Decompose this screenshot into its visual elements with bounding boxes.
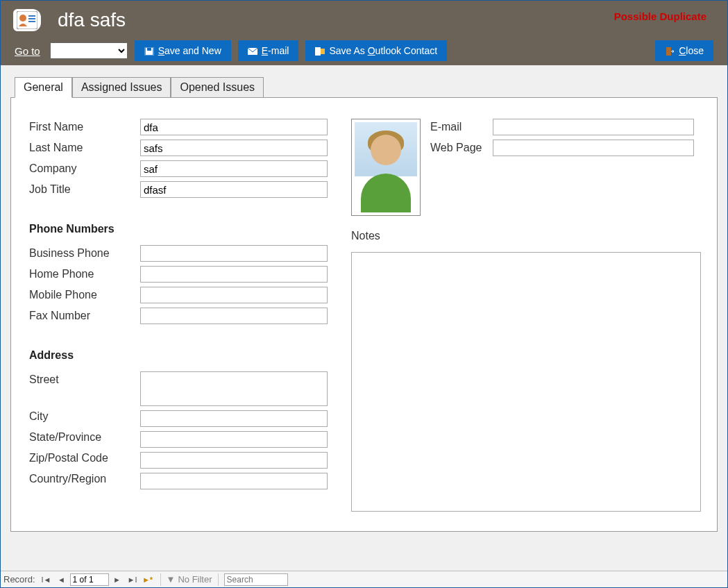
toolbar: Go to Save and New E-mail Save As Outloo… xyxy=(1,39,727,65)
home-phone-label: Home Phone xyxy=(29,268,140,280)
first-record-button[interactable]: I◄ xyxy=(40,573,53,586)
close-door-icon xyxy=(665,47,675,55)
avatar-image xyxy=(355,122,417,212)
record-counter-field[interactable] xyxy=(70,573,109,586)
close-button[interactable]: Close xyxy=(655,40,713,61)
tab-general[interactable]: General xyxy=(15,77,72,98)
web-page-field[interactable] xyxy=(493,140,694,156)
business-phone-label: Business Phone xyxy=(29,247,140,260)
company-field[interactable] xyxy=(140,160,328,177)
svg-rect-11 xyxy=(666,47,671,56)
svg-rect-7 xyxy=(147,48,151,51)
city-label: City xyxy=(29,410,140,423)
record-navigator: Record: I◄ ◄ ► ►I ►* ▼ No Filter xyxy=(1,571,727,587)
notes-label: Notes xyxy=(351,230,380,242)
company-label: Company xyxy=(29,162,140,175)
general-panel: First Name Last Name Company Job Title P… xyxy=(10,97,718,532)
record-label: Record: xyxy=(3,574,35,585)
save-and-new-button[interactable]: Save and New xyxy=(135,40,231,61)
country-field[interactable] xyxy=(140,473,328,489)
email-label: E-mail xyxy=(430,121,493,133)
record-search-field[interactable] xyxy=(224,573,288,586)
street-label: Street xyxy=(29,371,140,386)
goto-select[interactable] xyxy=(50,42,128,59)
header-bar: dfa safs Possible Duplicate xyxy=(1,1,727,39)
business-phone-field[interactable] xyxy=(140,245,328,262)
duplicate-warning: Possible Duplicate xyxy=(614,10,706,22)
job-title-label: Job Title xyxy=(29,183,140,196)
country-label: Country/Region xyxy=(29,473,140,485)
tab-assigned-issues[interactable]: Assigned Issues xyxy=(72,77,171,98)
first-name-label: First Name xyxy=(29,121,140,133)
zip-label: Zip/Postal Code xyxy=(29,452,140,464)
svg-rect-10 xyxy=(321,49,325,54)
last-name-field[interactable] xyxy=(140,140,328,156)
right-top-block: E-mail Web Page xyxy=(351,119,694,216)
next-record-button[interactable]: ► xyxy=(110,573,124,586)
last-name-label: Last Name xyxy=(29,142,140,154)
svg-rect-3 xyxy=(28,18,35,19)
svg-rect-9 xyxy=(315,47,321,56)
contact-avatar[interactable] xyxy=(351,119,421,216)
city-field[interactable] xyxy=(140,410,328,427)
contact-card-icon xyxy=(13,9,41,31)
fax-number-label: Fax Number xyxy=(29,310,140,322)
mobile-phone-label: Mobile Phone xyxy=(29,289,140,301)
email-button[interactable]: E-mail xyxy=(238,40,299,61)
state-field[interactable] xyxy=(140,431,328,448)
content-area: General Assigned Issues Opened Issues Fi… xyxy=(1,65,727,571)
fax-number-field[interactable] xyxy=(140,308,328,324)
notes-field[interactable] xyxy=(351,252,701,512)
state-label: State/Province xyxy=(29,431,140,444)
goto-label: Go to xyxy=(15,45,40,57)
home-phone-field[interactable] xyxy=(140,266,328,283)
mail-icon xyxy=(248,47,257,55)
mobile-phone-field[interactable] xyxy=(140,287,328,303)
first-name-field[interactable] xyxy=(140,119,328,135)
new-record-button[interactable]: ►* xyxy=(141,573,155,586)
web-fields: E-mail Web Page xyxy=(430,119,694,216)
tab-strip: General Assigned Issues Opened Issues xyxy=(15,76,718,97)
page-title: dfa safs xyxy=(58,9,126,31)
tab-opened-issues[interactable]: Opened Issues xyxy=(171,77,264,98)
email-field[interactable] xyxy=(493,119,694,135)
web-page-label: Web Page xyxy=(430,142,493,154)
save-as-outlook-button[interactable]: Save As Outlook Contact xyxy=(305,40,447,61)
prev-record-button[interactable]: ◄ xyxy=(55,573,69,586)
filter-indicator[interactable]: ▼ No Filter xyxy=(167,574,212,585)
outlook-icon xyxy=(315,47,325,55)
zip-field[interactable] xyxy=(140,452,328,469)
filter-icon: ▼ xyxy=(167,574,176,585)
save-icon xyxy=(144,47,154,55)
svg-rect-2 xyxy=(28,15,35,17)
svg-rect-4 xyxy=(28,21,35,22)
svg-point-1 xyxy=(19,15,26,22)
last-record-button[interactable]: ►I xyxy=(126,573,139,586)
svg-rect-0 xyxy=(17,11,37,29)
street-field[interactable] xyxy=(140,371,328,406)
job-title-field[interactable] xyxy=(140,181,328,198)
